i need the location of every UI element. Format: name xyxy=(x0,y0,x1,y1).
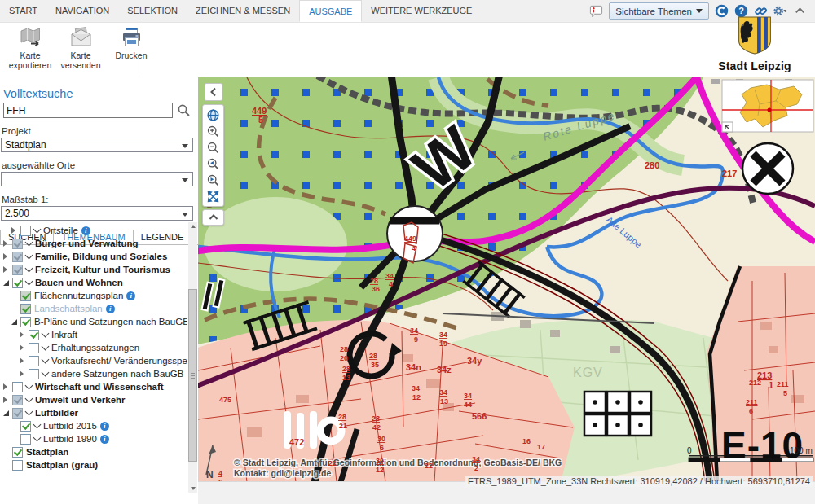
checkbox-luftbild-1990[interactable] xyxy=(20,434,31,445)
checkbox-landschaftsplan[interactable] xyxy=(20,304,31,314)
checkbox-freizeit-kultur-und-tourismus[interactable] xyxy=(12,265,23,275)
info-icon[interactable] xyxy=(106,305,115,313)
tree-item-inkraft[interactable]: Inkraft xyxy=(2,328,187,341)
zoom-next-button[interactable] xyxy=(203,172,223,188)
tree-item-vorkaufsrecht-veränderungssperre[interactable]: Vorkaufsrecht/ Veränderungssperre xyxy=(2,354,187,367)
send-map-button[interactable]: Karte versenden xyxy=(55,25,106,70)
expander-closed-icon[interactable] xyxy=(3,266,12,273)
info-icon[interactable] xyxy=(100,422,109,431)
tree-item-stadtplan-grau[interactable]: Stadtplan (grau) xyxy=(2,458,187,471)
tree-item-label: Bürger und Verwaltung xyxy=(35,239,139,248)
layer-caret-icon xyxy=(42,369,50,377)
tree-item-ortsteile[interactable]: Ortsteile xyxy=(2,224,187,237)
tree-item-luftbild-2015[interactable]: Luftbild 2015 xyxy=(2,419,187,432)
ribbon-tab-start[interactable]: START xyxy=(0,0,46,22)
tree-item-flächennutzungsplan[interactable]: Flächennutzungsplan xyxy=(2,289,187,302)
expander-closed-icon[interactable] xyxy=(3,253,12,260)
checkbox-flächennutzungsplan[interactable] xyxy=(20,291,31,301)
collapse-sidebar-button[interactable] xyxy=(205,83,222,101)
visible-themes-button[interactable]: Sichtbare Themen xyxy=(609,2,709,20)
ribbon-tab-selektion[interactable]: SELEKTION xyxy=(118,0,187,22)
overview-corner-button[interactable] xyxy=(722,122,733,132)
export-map-button[interactable]: Karte exportieren xyxy=(5,25,55,70)
checkbox-luftbilder[interactable] xyxy=(12,408,23,419)
info-icon[interactable] xyxy=(100,435,109,444)
checkbox-ortsteile[interactable] xyxy=(20,226,31,236)
tree-item-erhaltungssatzungen[interactable]: Erhaltungssatzungen xyxy=(2,341,187,354)
expander-open-icon[interactable] xyxy=(3,280,12,286)
ribbon-tab-ausgabe[interactable]: AUSGABE xyxy=(299,0,362,22)
checkbox-erhaltungssatzungen[interactable] xyxy=(29,343,39,353)
search-icon[interactable] xyxy=(177,103,191,117)
expander-closed-icon[interactable] xyxy=(20,370,29,377)
info-icon[interactable] xyxy=(82,226,90,235)
toolbar-scroll-up-button[interactable] xyxy=(202,209,224,226)
project-select[interactable]: Stadtplan xyxy=(1,138,193,152)
checkbox-bauen-und-wohnen[interactable] xyxy=(12,278,23,288)
scrollbar-up-button[interactable] xyxy=(188,222,197,231)
tree-item-label: Luftbild 2015 xyxy=(43,421,97,431)
tree-item-landschaftsplan[interactable]: Landschaftsplan xyxy=(2,302,187,315)
map-label: 566 xyxy=(472,411,487,421)
tree-item-label: Freizeit, Kultur und Tourismus xyxy=(35,265,170,274)
pan-button[interactable] xyxy=(203,188,223,204)
expander-closed-icon[interactable] xyxy=(20,344,29,351)
tree-item-freizeit-kultur-und-tourismus[interactable]: Freizeit, Kultur und Tourismus xyxy=(2,263,187,276)
expander-closed-icon[interactable] xyxy=(3,383,12,390)
ribbon-tab-navigation[interactable]: NAVIGATION xyxy=(46,0,118,22)
tree-item-bürger-und-verwaltung[interactable]: Bürger und Verwaltung xyxy=(2,237,187,250)
map-label: 449 xyxy=(404,234,416,243)
checkbox-familie-bildung-und-soziales[interactable] xyxy=(12,252,23,262)
tree-item-bauen-und-wohnen[interactable]: Bauen und Wohnen xyxy=(2,276,187,289)
search-input[interactable] xyxy=(3,103,173,118)
checkbox-vorkaufsrecht-veränderungssperre[interactable] xyxy=(29,356,39,366)
map-label: 21 xyxy=(339,422,347,430)
tree-item-stadtplan[interactable]: Stadtplan xyxy=(2,445,187,458)
ribbon-tab-zeichnen-messen[interactable]: ZEICHNEN & MESSEN xyxy=(187,0,299,22)
expander-closed-icon[interactable] xyxy=(3,240,12,247)
overview-map[interactable] xyxy=(722,80,813,132)
tree-item-luftbild-1990[interactable]: Luftbild 1990 xyxy=(2,432,187,445)
scale-select[interactable]: 2.500 xyxy=(1,206,193,221)
zoom-previous-button[interactable] xyxy=(203,156,223,172)
checkbox-luftbild-2015[interactable] xyxy=(20,421,31,432)
tree-item-b-pläne-und-satzungen-nach-baugb[interactable]: B-Pläne und Satzungen nach BauGB xyxy=(2,315,187,328)
expander-open-icon[interactable] xyxy=(11,319,20,325)
checkbox-bürger-und-verwaltung[interactable] xyxy=(12,239,23,249)
map-viewport[interactable]: © Stadt Leipzig, Amt für Geoinformation … xyxy=(198,77,815,482)
expander-closed-icon[interactable] xyxy=(3,397,12,403)
scrollbar-thumb[interactable] xyxy=(188,289,197,462)
zoom-in-button[interactable] xyxy=(203,123,223,139)
full-extent-button[interactable] xyxy=(203,107,223,123)
tree-item-umwelt-und-verkehr[interactable]: Umwelt und Verkehr xyxy=(2,393,187,406)
checkbox-umwelt-und-verkehr[interactable] xyxy=(12,395,23,405)
checkbox-inkraft[interactable] xyxy=(29,330,39,340)
checkbox-stadtplan-grau[interactable] xyxy=(12,460,23,471)
scrollbar-down-button[interactable] xyxy=(188,484,197,493)
expander-closed-icon[interactable] xyxy=(20,357,29,364)
ribbon-body: Karte exportieren Karte versenden xyxy=(0,22,815,77)
expander-closed-icon[interactable] xyxy=(11,227,20,234)
info-icon[interactable] xyxy=(126,291,135,300)
map-symbol-garden-grid xyxy=(584,392,651,436)
map-label: 34 xyxy=(412,384,420,392)
checkbox-b-pläne-und-satzungen-nach-baugb[interactable] xyxy=(20,317,31,327)
tree-item-label: Familie, Bildung und Soziales xyxy=(35,252,167,261)
print-button[interactable]: Drucken xyxy=(106,25,156,70)
tree-item-label: Flächennutzungsplan xyxy=(34,291,123,300)
zoom-out-button[interactable] xyxy=(203,139,223,156)
tree-item-label: Vorkaufsrecht/ Veränderungssperre xyxy=(51,356,187,366)
tree-scrollbar[interactable] xyxy=(188,222,197,493)
tree-item-luftbilder[interactable]: Luftbilder xyxy=(2,406,187,419)
tree-item-familie-bildung-und-soziales[interactable]: Familie, Bildung und Soziales xyxy=(2,250,187,263)
expander-closed-icon[interactable] xyxy=(20,331,29,338)
selected-places-select[interactable] xyxy=(1,172,193,186)
expander-open-icon[interactable] xyxy=(3,410,12,416)
tree-item-andere-satzungen-nach-baugb[interactable]: andere Satzungen nach BauGB xyxy=(2,367,187,380)
checkbox-andere-satzungen-nach-baugb[interactable] xyxy=(29,369,39,379)
ribbon-tab-weitere-werkzeuge[interactable]: WEITERE WERKZEUGE xyxy=(362,0,481,22)
checkbox-stadtplan[interactable] xyxy=(12,447,23,458)
info-bubble-icon[interactable] xyxy=(589,4,603,18)
tree-item-wirtschaft-und-wissenschaft[interactable]: Wirtschaft und Wissenschaft xyxy=(2,380,187,393)
checkbox-wirtschaft-und-wissenschaft[interactable] xyxy=(12,382,23,392)
